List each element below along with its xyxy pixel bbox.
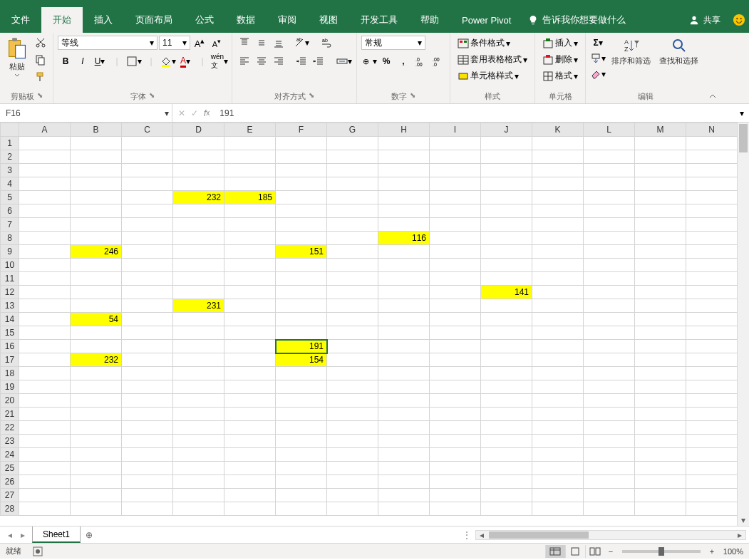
cell-H9[interactable] bbox=[378, 245, 430, 259]
row-header-21[interactable]: 21 bbox=[1, 408, 19, 421]
cell-M9[interactable] bbox=[635, 245, 686, 259]
cell-I3[interactable] bbox=[430, 164, 481, 177]
cell-L28[interactable] bbox=[584, 502, 635, 516]
bold-button[interactable]: B bbox=[58, 54, 73, 68]
cell-I22[interactable] bbox=[430, 421, 481, 435]
view-page-break-button[interactable] bbox=[585, 545, 605, 558]
copy-button[interactable] bbox=[33, 53, 48, 67]
cell-A27[interactable] bbox=[19, 489, 71, 502]
cell-C6[interactable] bbox=[122, 204, 173, 218]
cell-K3[interactable] bbox=[532, 164, 584, 177]
cell-D1[interactable] bbox=[173, 137, 224, 150]
cell-L17[interactable] bbox=[584, 353, 635, 367]
number-dialog[interactable]: ⬊ bbox=[410, 91, 415, 102]
cell-M8[interactable] bbox=[635, 232, 686, 245]
cell-M1[interactable] bbox=[635, 137, 686, 150]
col-header-E[interactable]: E bbox=[224, 123, 276, 137]
cell-L5[interactable] bbox=[584, 191, 635, 204]
cell-I28[interactable] bbox=[430, 502, 481, 516]
cell-C19[interactable] bbox=[122, 380, 173, 394]
cell-B11[interactable] bbox=[71, 272, 122, 286]
cell-A20[interactable] bbox=[19, 394, 71, 408]
cell-A19[interactable] bbox=[19, 380, 71, 394]
format-painter-button[interactable] bbox=[33, 70, 48, 84]
cell-A7[interactable] bbox=[19, 218, 71, 232]
cell-F21[interactable] bbox=[276, 408, 327, 421]
cell-K16[interactable] bbox=[532, 340, 584, 353]
cell-A14[interactable] bbox=[19, 313, 71, 326]
cell-B19[interactable] bbox=[71, 380, 122, 394]
cell-J18[interactable] bbox=[481, 367, 532, 380]
cell-G26[interactable] bbox=[327, 475, 378, 489]
cell-E3[interactable] bbox=[224, 164, 276, 177]
underline-button[interactable]: U ▾ bbox=[92, 54, 108, 68]
col-header-M[interactable]: M bbox=[635, 123, 686, 137]
cell-H1[interactable] bbox=[378, 137, 430, 150]
cell-G6[interactable] bbox=[327, 204, 378, 218]
cell-J22[interactable] bbox=[481, 421, 532, 435]
cell-H28[interactable] bbox=[378, 502, 430, 516]
cell-D6[interactable] bbox=[173, 204, 224, 218]
align-middle-button[interactable] bbox=[254, 36, 269, 50]
row-header-3[interactable]: 3 bbox=[1, 164, 19, 177]
col-header-D[interactable]: D bbox=[173, 123, 224, 137]
zoom-in-button[interactable]: + bbox=[706, 547, 718, 556]
feedback-button[interactable] bbox=[729, 7, 749, 33]
cell-K2[interactable] bbox=[532, 150, 584, 164]
cell-G18[interactable] bbox=[327, 367, 378, 380]
cell-L20[interactable] bbox=[584, 394, 635, 408]
cell-J25[interactable] bbox=[481, 462, 532, 475]
cell-K17[interactable] bbox=[532, 353, 584, 367]
cell-D28[interactable] bbox=[173, 502, 224, 516]
cell-B28[interactable] bbox=[71, 502, 122, 516]
cell-G23[interactable] bbox=[327, 435, 378, 448]
row-header-10[interactable]: 10 bbox=[1, 259, 19, 272]
cell-E17[interactable] bbox=[224, 353, 276, 367]
cell-J15[interactable] bbox=[481, 326, 532, 340]
cell-G22[interactable] bbox=[327, 421, 378, 435]
cell-K20[interactable] bbox=[532, 394, 584, 408]
cell-F23[interactable] bbox=[276, 435, 327, 448]
sort-filter-button[interactable]: AZ 排序和筛选 bbox=[609, 36, 654, 68]
cell-C18[interactable] bbox=[122, 367, 173, 380]
cell-H6[interactable] bbox=[378, 204, 430, 218]
cell-C11[interactable] bbox=[122, 272, 173, 286]
font-name-combo[interactable]: 等线▾ bbox=[58, 36, 157, 50]
cell-L26[interactable] bbox=[584, 475, 635, 489]
cell-D15[interactable] bbox=[173, 326, 224, 340]
cell-D12[interactable] bbox=[173, 286, 224, 299]
cell-A22[interactable] bbox=[19, 421, 71, 435]
cell-H5[interactable] bbox=[378, 191, 430, 204]
cell-I6[interactable] bbox=[430, 204, 481, 218]
cell-E1[interactable] bbox=[224, 137, 276, 150]
row-header-28[interactable]: 28 bbox=[1, 502, 19, 516]
accounting-button[interactable]: ⊕▾ bbox=[361, 54, 377, 68]
cell-L25[interactable] bbox=[584, 462, 635, 475]
cell-E9[interactable] bbox=[224, 245, 276, 259]
cell-H24[interactable] bbox=[378, 448, 430, 462]
decrease-indent-button[interactable] bbox=[294, 54, 309, 68]
cell-J8[interactable] bbox=[481, 232, 532, 245]
cell-F24[interactable] bbox=[276, 448, 327, 462]
find-select-button[interactable]: 查找和选择 bbox=[656, 36, 701, 68]
cell-L6[interactable] bbox=[584, 204, 635, 218]
cell-E24[interactable] bbox=[224, 448, 276, 462]
cell-M20[interactable] bbox=[635, 394, 686, 408]
cell-A16[interactable] bbox=[19, 340, 71, 353]
cell-I23[interactable] bbox=[430, 435, 481, 448]
cell-E8[interactable] bbox=[224, 232, 276, 245]
cell-H8[interactable]: 116 bbox=[378, 232, 430, 245]
cell-K4[interactable] bbox=[532, 177, 584, 191]
view-normal-button[interactable] bbox=[545, 545, 565, 558]
cell-N19[interactable] bbox=[686, 380, 738, 394]
cell-J23[interactable] bbox=[481, 435, 532, 448]
autosum-button[interactable]: Σ ▾ bbox=[590, 36, 606, 50]
cell-L3[interactable] bbox=[584, 164, 635, 177]
cell-N27[interactable] bbox=[686, 489, 738, 502]
cell-H7[interactable] bbox=[378, 218, 430, 232]
cell-A18[interactable] bbox=[19, 367, 71, 380]
cell-L11[interactable] bbox=[584, 272, 635, 286]
tab-insert[interactable]: 插入 bbox=[83, 7, 124, 33]
tell-me[interactable]: 告诉我你想要做什么 bbox=[528, 7, 626, 33]
cell-E5[interactable]: 185 bbox=[224, 191, 276, 204]
